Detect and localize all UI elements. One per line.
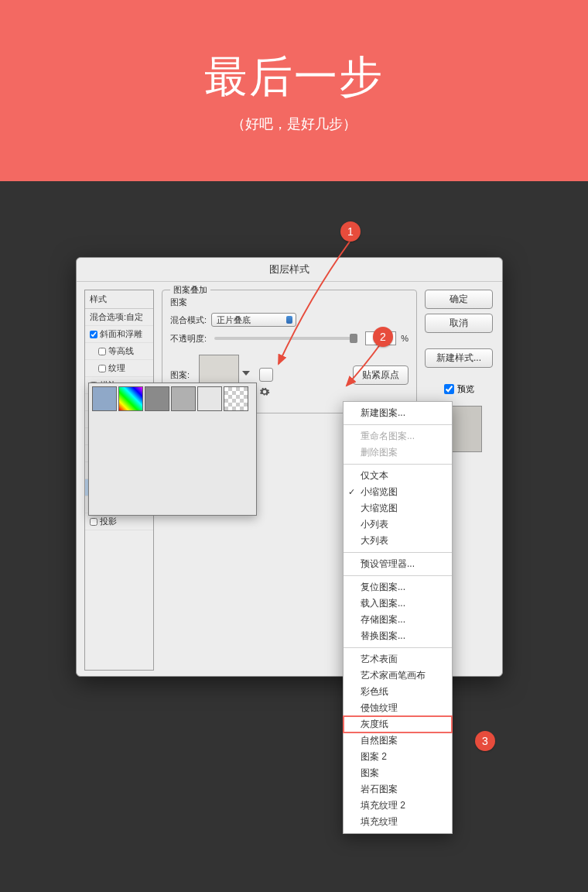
- hero-title: 最后一步: [204, 48, 384, 107]
- pattern-swatch-item[interactable]: [197, 386, 222, 411]
- menu-large-thumb[interactable]: 大缩览图: [344, 500, 452, 516]
- style-checkbox[interactable]: [98, 348, 106, 355]
- fieldset-legend: 图案叠加: [170, 284, 210, 296]
- pattern-swatch-item[interactable]: [145, 386, 169, 411]
- menu-reset-patterns[interactable]: 复位图案...: [344, 579, 452, 595]
- menu-fill[interactable]: 填充纹理: [344, 814, 452, 830]
- menu-nature[interactable]: 自然图案: [344, 732, 452, 749]
- dialog-title: 图层样式: [77, 258, 502, 282]
- menu-rename-pattern: 重命名图案...: [344, 428, 452, 444]
- menu-fill-2[interactable]: 填充纹理 2: [344, 798, 452, 814]
- pattern-swatch-item[interactable]: [171, 386, 196, 411]
- menu-delete-pattern: 删除图案: [344, 444, 452, 461]
- style-item-等高线[interactable]: 等高线: [85, 343, 153, 360]
- style-checkbox[interactable]: [98, 365, 106, 372]
- pattern-swatch-item[interactable]: [118, 386, 143, 411]
- style-checkbox[interactable]: [90, 518, 97, 526]
- annotation-badge-2: 2: [373, 327, 393, 347]
- blend-options-row[interactable]: 混合选项:自定: [85, 309, 153, 326]
- new-preset-icon[interactable]: [259, 368, 273, 382]
- stage: 图层样式 样式 混合选项:自定 斜面和浮雕等高线纹理描边内阴影内发光光泽颜色叠加…: [0, 181, 588, 892]
- inner-legend: 图案: [170, 297, 409, 308]
- menu-erosion[interactable]: 侵蚀纹理: [344, 700, 452, 716]
- style-checkbox[interactable]: [90, 331, 97, 338]
- blend-mode-label: 混合模式:: [170, 314, 207, 326]
- hero-banner: 最后一步 （好吧，是好几步）: [0, 0, 588, 181]
- blend-mode-select[interactable]: 正片叠底: [211, 313, 296, 327]
- percent-label: %: [401, 334, 409, 343]
- menu-art-surface[interactable]: 艺术表面: [344, 651, 452, 667]
- preview-checkbox[interactable]: [444, 384, 454, 394]
- menu-artist-brush[interactable]: 艺术家画笔画布: [344, 667, 452, 684]
- style-item-斜面和浮雕[interactable]: 斜面和浮雕: [85, 326, 153, 343]
- pattern-label: 图案:: [170, 369, 190, 381]
- pattern-dropdown-arrow[interactable]: [242, 371, 250, 376]
- style-item-投影[interactable]: 投影: [85, 513, 153, 530]
- style-item-纹理[interactable]: 纹理: [85, 360, 153, 377]
- pattern-swatch-item[interactable]: [224, 386, 248, 411]
- snap-origin-button[interactable]: 贴紧原点: [353, 365, 409, 385]
- annotation-badge-3: 3: [475, 731, 495, 751]
- menu-save-patterns[interactable]: 存储图案...: [344, 612, 452, 628]
- hero-subtitle: （好吧，是好几步）: [231, 115, 357, 133]
- menu-rock[interactable]: 岩石图案: [344, 781, 452, 798]
- menu-large-list[interactable]: 大列表: [344, 533, 452, 549]
- ok-button[interactable]: 确定: [425, 290, 493, 309]
- menu-load-patterns[interactable]: 载入图案...: [344, 595, 452, 612]
- menu-color-paper[interactable]: 彩色纸: [344, 684, 452, 700]
- menu-new-pattern[interactable]: 新建图案...: [344, 405, 452, 421]
- menu-pattern[interactable]: 图案: [344, 765, 452, 781]
- opacity-label: 不透明度:: [170, 333, 207, 345]
- menu-replace-patterns[interactable]: 替换图案...: [344, 628, 452, 644]
- pattern-swatch-item[interactable]: [92, 386, 117, 411]
- pattern-picker-popup: [88, 383, 257, 516]
- styles-header[interactable]: 样式: [85, 290, 153, 309]
- new-style-button[interactable]: 新建样式...: [425, 348, 493, 368]
- pattern-context-menu: 新建图案... 重命名图案... 删除图案 仅文本 小缩览图 大缩览图 小列表 …: [343, 401, 453, 834]
- menu-text-only[interactable]: 仅文本: [344, 468, 452, 484]
- preview-label: 预览: [457, 383, 474, 395]
- menu-gray-paper[interactable]: 灰度纸: [344, 716, 452, 732]
- annotation-badge-1: 1: [340, 221, 361, 242]
- menu-small-thumb[interactable]: 小缩览图: [344, 484, 452, 500]
- menu-small-list[interactable]: 小列表: [344, 516, 452, 533]
- gear-icon[interactable]: [259, 386, 270, 397]
- menu-pattern-2[interactable]: 图案 2: [344, 749, 452, 765]
- menu-preset-manager[interactable]: 预设管理器...: [344, 556, 452, 572]
- cancel-button[interactable]: 取消: [425, 314, 493, 333]
- opacity-slider[interactable]: [214, 337, 357, 340]
